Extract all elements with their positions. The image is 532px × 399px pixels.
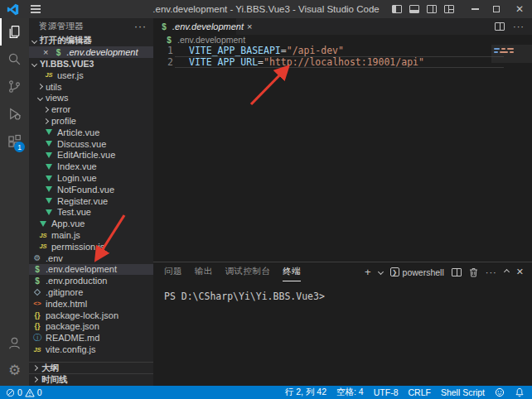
project-section-header[interactable]: YI.BBS.VUE3 bbox=[29, 58, 153, 70]
error-icon bbox=[6, 388, 15, 397]
tree-item-utils[interactable]: utils bbox=[29, 81, 153, 93]
language-mode[interactable]: Shell Script bbox=[441, 387, 485, 397]
toggle-sidebar-icon[interactable] bbox=[388, 0, 405, 18]
chevron-right-icon bbox=[32, 377, 38, 382]
tree-item-article-vue[interactable]: Article.vue bbox=[29, 127, 153, 138]
tree-item-package-json[interactable]: {}package.json bbox=[29, 321, 153, 333]
tree-item-login-vue[interactable]: Login.vue bbox=[29, 172, 153, 184]
git-branch-icon bbox=[7, 79, 22, 94]
tree-item-index-vue[interactable]: Index.vue bbox=[29, 161, 153, 172]
tree-item-vite-config-js[interactable]: JSvite.config.js bbox=[29, 344, 153, 355]
account-button[interactable] bbox=[0, 329, 29, 357]
close-button[interactable]: ✕ bbox=[507, 0, 532, 18]
tree-item-label: .gitignore bbox=[46, 287, 83, 297]
code-token: " bbox=[264, 56, 269, 68]
source-control-activity-button[interactable] bbox=[0, 73, 29, 100]
tree-item-permission-js[interactable]: JSpermission.js bbox=[29, 241, 153, 252]
close-editor-icon[interactable]: × bbox=[43, 48, 48, 57]
minimize-button[interactable] bbox=[464, 0, 486, 18]
extensions-activity-button[interactable]: 1 bbox=[0, 127, 29, 155]
encoding[interactable]: UTF-8 bbox=[374, 387, 399, 397]
panel-tab-调试控制台[interactable]: 调试控制台 bbox=[225, 262, 271, 281]
account-icon bbox=[7, 336, 22, 350]
code-line-2[interactable]: 2VITE_APP_URL="http://localhost:19001/ap… bbox=[153, 56, 532, 68]
explorer-more-actions-icon[interactable]: ··· bbox=[134, 21, 147, 32]
panel-tab-终端[interactable]: 终端 bbox=[283, 262, 301, 281]
editor-area: $ .env.development × ··· $ .env.developm… bbox=[153, 18, 532, 386]
tree-item-register-vue[interactable]: Register.vue bbox=[29, 195, 153, 207]
tree-item-app-vue[interactable]: App.vue bbox=[29, 218, 153, 229]
code-token: = bbox=[281, 45, 287, 56]
tree-item-user-js[interactable]: JSuser.js bbox=[29, 70, 153, 81]
tree-item-readme-md[interactable]: ⓘREADME.md bbox=[29, 332, 153, 344]
feedback-icon bbox=[495, 387, 505, 397]
vue-file-icon bbox=[44, 164, 54, 170]
code-token: VITE_APP_BASEAPI bbox=[189, 45, 281, 56]
run-debug-activity-button[interactable] bbox=[0, 100, 29, 127]
kill-terminal-icon[interactable] bbox=[469, 267, 478, 277]
maximize-button[interactable] bbox=[486, 0, 507, 18]
settings-button[interactable]: ⚙ bbox=[0, 357, 29, 384]
search-activity-button[interactable] bbox=[0, 46, 29, 73]
tree-item-label: main.js bbox=[51, 230, 80, 240]
tree-item-main-js[interactable]: JSmain.js bbox=[29, 229, 153, 241]
menu-icon[interactable] bbox=[31, 5, 41, 12]
code-lines: 1VITE_APP_BASEAPI="/api-dev"2VITE_APP_UR… bbox=[153, 45, 532, 68]
code-line-1[interactable]: 1VITE_APP_BASEAPI="/api-dev" bbox=[153, 45, 532, 56]
tree-item-label: error bbox=[51, 104, 70, 114]
tree-item-notfound-vue[interactable]: NotFound.vue bbox=[29, 184, 153, 195]
url-link[interactable]: http://localhost:19001/api bbox=[269, 56, 418, 68]
vue-file-icon bbox=[44, 129, 54, 135]
tree-item-label: Article.vue bbox=[57, 127, 99, 137]
vue-file-icon bbox=[44, 209, 54, 215]
tab-env-development[interactable]: $ .env.development × bbox=[153, 18, 236, 35]
open-editor-item[interactable]: × $ .env.development bbox=[29, 46, 153, 58]
code-token: = bbox=[258, 56, 264, 68]
notifications-button[interactable] bbox=[515, 387, 525, 397]
panel-tab-输出[interactable]: 输出 bbox=[195, 262, 213, 281]
editor-more-actions-icon[interactable]: ··· bbox=[513, 22, 525, 31]
maximize-panel-icon[interactable] bbox=[504, 269, 510, 275]
indentation[interactable]: 空格: 4 bbox=[336, 387, 364, 398]
new-terminal-icon[interactable]: + bbox=[365, 267, 371, 277]
cursor-position[interactable]: 行 2, 列 42 bbox=[285, 387, 326, 398]
chevron-right-icon bbox=[37, 84, 43, 89]
panel-tab-问题[interactable]: 问题 bbox=[164, 262, 182, 281]
tree-item-package-lock-json[interactable]: {}package-lock.json bbox=[29, 310, 153, 321]
timeline-section-header[interactable]: 时间线 bbox=[29, 373, 153, 385]
tree-item-editarticle-vue[interactable]: EditArticle.vue bbox=[29, 150, 153, 161]
tree-item-error[interactable]: error bbox=[29, 103, 153, 115]
split-editor-icon[interactable] bbox=[495, 22, 505, 31]
explorer-title: 资源管理器 bbox=[39, 21, 84, 32]
terminal-dropdown-icon[interactable] bbox=[378, 269, 384, 275]
tree-item-views[interactable]: views bbox=[29, 93, 153, 104]
tree-item-label: package.json bbox=[46, 321, 99, 331]
outline-section-header[interactable]: 大纲 bbox=[29, 362, 153, 373]
split-terminal-icon[interactable] bbox=[452, 268, 462, 276]
tree-item-test-vue[interactable]: Test.vue bbox=[29, 207, 153, 219]
problems-status[interactable]: 0 0 bbox=[6, 387, 42, 397]
open-editors-section-header[interactable]: 打开的编辑器 bbox=[29, 35, 153, 46]
tree-item-gitignore[interactable]: .gitignore bbox=[29, 286, 153, 298]
tree-item-index-html[interactable]: <>index.html bbox=[29, 298, 153, 310]
eol-sequence[interactable]: CRLF bbox=[408, 387, 430, 397]
tree-item-profile[interactable]: profile bbox=[29, 115, 153, 127]
tree-item-label: permission.js bbox=[51, 242, 104, 252]
tree-item-env[interactable]: ⚙.env bbox=[29, 252, 153, 264]
terminal-output[interactable]: PS D:\CSharp\Yi\Yi.BBS.Vue3> bbox=[153, 281, 532, 302]
tree-item-discuss-vue[interactable]: Discuss.vue bbox=[29, 138, 153, 150]
close-tab-icon[interactable]: × bbox=[247, 22, 252, 31]
explorer-activity-button[interactable] bbox=[0, 18, 29, 46]
minimap[interactable] bbox=[491, 45, 532, 94]
terminal-profile[interactable]: ❯ powershell bbox=[390, 267, 444, 277]
toggle-secondary-sidebar-icon[interactable] bbox=[423, 0, 440, 18]
panel-more-actions-icon[interactable]: ··· bbox=[486, 267, 497, 277]
tree-item-env-production[interactable]: $.env.production bbox=[29, 275, 153, 286]
toggle-panel-icon[interactable] bbox=[405, 0, 423, 18]
tree-item-env-development[interactable]: $.env.development bbox=[29, 264, 153, 276]
code-editor[interactable]: 1VITE_APP_BASEAPI="/api-dev"2VITE_APP_UR… bbox=[153, 45, 532, 262]
feedback-button[interactable] bbox=[495, 387, 505, 397]
breadcrumb[interactable]: $ .env.development bbox=[153, 35, 532, 45]
customize-layout-icon[interactable] bbox=[440, 0, 457, 18]
close-panel-icon[interactable]: ✕ bbox=[516, 267, 524, 277]
